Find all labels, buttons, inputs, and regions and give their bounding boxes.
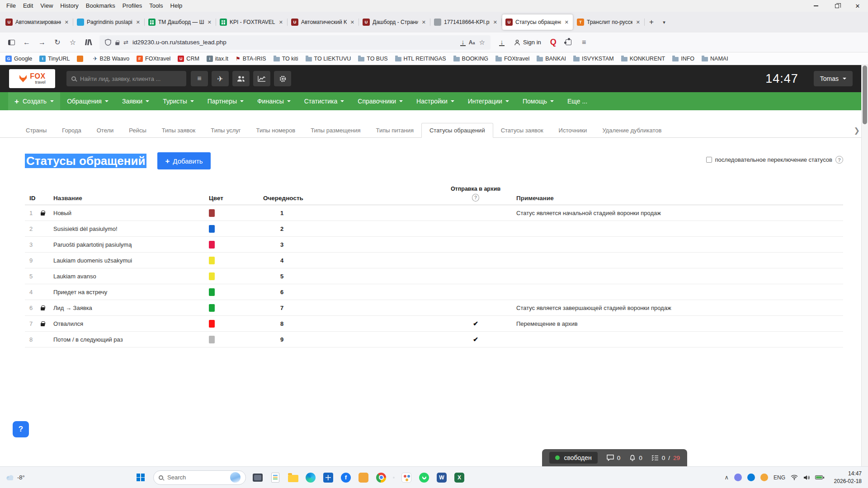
bookmark-item[interactable]: FFOXtravel (137, 56, 170, 62)
taskbar-app-notes[interactable] (269, 472, 281, 483)
tab-duplicates[interactable]: Удаление дубликатов (594, 123, 669, 137)
taskbar-excel[interactable]: X (453, 472, 465, 483)
color-swatch[interactable] (209, 257, 215, 264)
nav-more[interactable]: Еще ... (561, 92, 594, 110)
url-text[interactable]: id29230.u-on.ru/statuses_lead.php (132, 39, 457, 46)
browser-tab[interactable]: ТМ Дашборд — Ш ✕ (145, 14, 216, 30)
hamburger-button[interactable]: ≡ (191, 71, 208, 86)
bookmark-folder[interactable]: KONKURENT (621, 56, 665, 62)
status-name[interactable]: Потом / в следующий раз (53, 336, 209, 343)
bookmark-folder[interactable]: TO kiti (274, 56, 298, 62)
browser-tab[interactable]: 1771418664-KPI.png (PI ✕ (431, 14, 501, 30)
notifications-counter[interactable]: 0 (629, 455, 642, 461)
wifi-icon[interactable] (791, 474, 798, 480)
bookmark-folder[interactable]: TO BUS (358, 56, 387, 62)
presence-status-button[interactable]: свободен (549, 452, 597, 464)
taskbar-word[interactable]: W (436, 472, 448, 483)
nav-leads[interactable]: Обращения (60, 92, 115, 110)
extensions-button[interactable] (562, 36, 576, 49)
restore-button[interactable] (826, 0, 847, 12)
bookmark-item[interactable] (77, 56, 85, 62)
tab-room-types[interactable]: Типы номеров (249, 123, 303, 137)
color-swatch[interactable] (209, 304, 215, 312)
tray-expand-icon[interactable]: ∧ (724, 474, 729, 481)
status-name[interactable]: Laukiam avanso (53, 273, 209, 280)
menu-bookmarks[interactable]: Bookmarks (82, 0, 119, 12)
crm-search[interactable] (66, 71, 186, 86)
bookmark-folder[interactable]: BOOKING (453, 56, 488, 62)
bookmark-item[interactable]: GGoogle (5, 56, 32, 62)
status-name[interactable]: Отвалился (53, 320, 209, 327)
taskbar-facebook[interactable]: f (340, 472, 352, 483)
color-swatch[interactable] (209, 225, 215, 233)
tab-close-icon[interactable]: ✕ (421, 19, 427, 26)
user-menu-button[interactable]: Tomas (814, 71, 853, 86)
volume-icon[interactable] (803, 475, 810, 480)
nav-directories[interactable]: Справочники (351, 92, 410, 110)
tab-close-icon[interactable]: ✕ (492, 19, 498, 26)
weather-widget[interactable]: -8° (0, 474, 136, 481)
tab-request-statuses[interactable]: Статусы заявок (493, 123, 551, 137)
bookmark-item[interactable]: ✈B2B Waavo (93, 56, 129, 62)
tab-countries[interactable]: Страны (18, 123, 54, 137)
tab-service-types[interactable]: Типы услуг (203, 123, 248, 137)
tab-close-icon[interactable]: ✕ (278, 19, 284, 26)
minimize-button[interactable] (806, 0, 826, 12)
status-name[interactable]: Лид → Заявка (53, 305, 209, 311)
menu-edit[interactable]: Edit (19, 0, 37, 12)
add-status-button[interactable]: +Добавить (157, 152, 210, 169)
status-name[interactable]: Приедет на встречу (53, 289, 209, 296)
translate-icon[interactable]: Aa (469, 40, 475, 45)
color-swatch[interactable] (209, 288, 215, 296)
extension-button[interactable]: ☆ (66, 36, 80, 49)
airplane-button[interactable]: ✈ (212, 71, 229, 86)
reload-button[interactable]: ↻ (51, 36, 64, 49)
status-name[interactable]: Paruošti pakartotinį pasiulymą (53, 241, 209, 248)
color-swatch[interactable] (209, 209, 215, 217)
scrollbar-thumb[interactable] (863, 66, 867, 124)
tab-sources[interactable]: Источники (551, 123, 595, 137)
skype-icon[interactable] (747, 474, 755, 481)
archive-help-icon[interactable]: ? (472, 194, 479, 202)
taskbar-chrome[interactable] (375, 472, 387, 483)
taskbar-app-grid[interactable] (322, 472, 334, 483)
tab-cities[interactable]: Города (54, 123, 89, 137)
browser-tab[interactable]: Pagrindinis puslapis ✕ (74, 14, 144, 30)
menu-file[interactable]: File (3, 0, 19, 12)
status-name[interactable]: Новый (53, 210, 209, 216)
bookmark-item[interactable]: tTinyURL (39, 56, 70, 62)
tab-close-icon[interactable]: ✕ (64, 19, 70, 26)
tracking-shield-icon[interactable] (105, 39, 111, 46)
new-tab-button[interactable]: + (645, 15, 658, 29)
tab-flights[interactable]: Рейсы (121, 123, 154, 137)
sign-in-button[interactable]: Sign in (510, 36, 545, 49)
color-swatch[interactable] (209, 336, 215, 343)
tab-accommodation-types[interactable]: Типы размещения (303, 123, 368, 137)
nav-requests[interactable]: Заявки (115, 92, 156, 110)
bookmark-folder[interactable]: HTL REITINGAS (395, 56, 446, 62)
save-page-icon[interactable]: ↓ (461, 38, 465, 46)
nav-integrations[interactable]: Интеграции (461, 92, 516, 110)
menu-history[interactable]: History (57, 0, 82, 12)
tab-request-types[interactable]: Типы заявок (154, 123, 203, 137)
tab-close-icon[interactable]: ✕ (135, 19, 141, 26)
browser-tab[interactable]: U Дашборд - Страни ✕ (359, 14, 430, 30)
taskbar-edge[interactable] (305, 472, 316, 483)
tab-close-icon[interactable]: ✕ (564, 19, 570, 26)
status-name[interactable]: Susisiekti dėl pasiulymo! (53, 225, 209, 232)
taskbar-search[interactable]: Search (153, 470, 246, 485)
taskbar-clock[interactable]: 14:47 2026-02-18 (828, 470, 862, 484)
start-button[interactable] (136, 472, 147, 483)
nav-finance[interactable]: Финансы (250, 92, 297, 110)
taskbar-mail-app[interactable] (358, 472, 369, 483)
mail-tray-icon[interactable] (760, 474, 768, 481)
permissions-icon[interactable]: ⇄ (123, 39, 128, 46)
browser-tab[interactable]: T Транслит по-русск ✕ (574, 14, 644, 30)
https-lock-icon[interactable] (115, 42, 119, 45)
menu-tools[interactable]: Tools (146, 0, 166, 12)
address-bar[interactable]: ⇄ id29230.u-on.ru/statuses_lead.php ↓ Aa… (99, 35, 491, 50)
stats-button[interactable] (253, 71, 270, 86)
bookmark-star-icon[interactable]: ☆ (479, 38, 485, 47)
color-swatch[interactable] (209, 320, 215, 328)
tab-close-icon[interactable]: ✕ (207, 19, 212, 26)
